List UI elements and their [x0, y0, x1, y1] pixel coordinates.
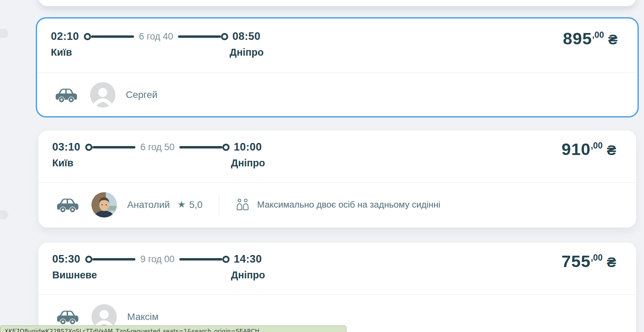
- arrival-time: 14:30: [234, 253, 262, 265]
- car-icon: [56, 309, 79, 325]
- route-section: 05:30 9 год 00 14:30 Вишневе Дніпро 755,…: [38, 243, 636, 295]
- arrival-time: 10:00: [234, 141, 262, 153]
- price-integer: 895: [563, 29, 592, 48]
- route-section: 03:10 6 год 50 10:00 Київ Дніпро 910,00₴: [38, 131, 636, 183]
- route-timeline: 03:10 6 год 50 10:00: [52, 141, 262, 153]
- driver-avatar-photo[interactable]: [91, 192, 117, 218]
- route-cities: Вишневе Дніпро: [52, 269, 262, 282]
- origin-city: Київ: [51, 47, 72, 58]
- star-icon: ★: [177, 200, 186, 209]
- currency-hryvnia-sign: ₴: [607, 142, 616, 158]
- route-start-dot-icon: [85, 256, 92, 263]
- price-fraction: ,00: [591, 141, 603, 150]
- route-timeline: 05:30 9 год 00 14:30: [52, 253, 262, 265]
- trip-duration: 6 год 40: [139, 31, 173, 42]
- route-end-dot-icon: [221, 33, 228, 40]
- destination-city: Дніпро: [230, 47, 264, 58]
- ride-price: 755,00₴: [562, 252, 616, 271]
- route-line-segment: [91, 35, 134, 38]
- driver-name[interactable]: Максім: [127, 311, 158, 322]
- trip-duration: 6 год 50: [140, 142, 174, 153]
- two-passengers-icon: [236, 198, 249, 212]
- price-integer: 910: [562, 140, 591, 158]
- driver-row: Анатолий ★ 5,0 Максимально двоє осіб на …: [38, 183, 636, 226]
- origin-city: Київ: [52, 157, 74, 169]
- trip-duration: 9 год 00: [140, 254, 174, 265]
- currency-hryvnia-sign: ₴: [608, 32, 618, 47]
- destination-city: Дніпро: [231, 157, 265, 169]
- route-start-dot-icon: [85, 144, 92, 151]
- left-edge-pill: [0, 29, 8, 38]
- price-fraction: ,00: [591, 253, 603, 262]
- departure-time: 03:10: [52, 141, 85, 153]
- ride-note: Максимально двоє осіб на задньому сидінн…: [257, 199, 440, 210]
- departure-time: 02:10: [51, 30, 84, 43]
- origin-city: Вишневе: [52, 269, 97, 281]
- driver-photo: [91, 192, 117, 218]
- driver-name[interactable]: Анатолий: [127, 199, 170, 210]
- car-icon: [55, 87, 78, 103]
- destination-city: Дніпро: [231, 269, 265, 281]
- ride-card-selected[interactable]: 02:10 6 год 40 08:50 Київ Дніпро 895,00₴: [36, 17, 639, 118]
- ride-price: 910,00₴: [562, 140, 616, 159]
- route-line-segment: [179, 146, 222, 148]
- price-fraction: ,00: [592, 30, 604, 40]
- driver-name[interactable]: Сергей: [126, 89, 157, 100]
- price-integer: 755: [562, 252, 591, 270]
- driver-avatar-placeholder[interactable]: [90, 82, 115, 108]
- route-line-segment: [92, 146, 135, 148]
- car-icon: [56, 197, 79, 213]
- previous-ride-card-bottom[interactable]: [38, 0, 636, 6]
- route-timeline: 02:10 6 год 40 08:50: [51, 30, 260, 43]
- route-cities: Київ Дніпро: [51, 47, 260, 59]
- status-url-text: XKE7Q8ugidwK22BS7XoSLcTTdVaAM_Tzg&reques…: [4, 328, 259, 332]
- currency-hryvnia-sign: ₴: [607, 254, 616, 270]
- vertical-divider: [219, 193, 219, 216]
- route-line-segment: [179, 258, 222, 261]
- driver-rating: 5,0: [189, 199, 202, 210]
- browser-status-url-tooltip: XKE7Q8ugidwK22BS7XoSLcTTdVaAM_Tzg&reques…: [0, 325, 346, 332]
- route-start-dot-icon: [84, 33, 91, 40]
- driver-row: Сергей: [37, 73, 637, 117]
- route-line-segment: [178, 35, 221, 38]
- left-edge-pill: [0, 210, 8, 219]
- route-end-dot-icon: [222, 144, 230, 151]
- departure-time: 05:30: [52, 253, 85, 265]
- route-line-segment: [92, 258, 135, 261]
- ride-card[interactable]: 05:30 9 год 00 14:30 Вишневе Дніпро 755,…: [38, 243, 636, 332]
- search-results-page: 02:10 6 год 40 08:50 Київ Дніпро 895,00₴: [0, 0, 644, 332]
- route-end-dot-icon: [222, 256, 230, 263]
- avatar-placeholder-icon: [90, 82, 115, 108]
- ride-price: 895,00₴: [563, 29, 618, 48]
- route-section: 02:10 6 год 40 08:50 Київ Дніпро 895,00₴: [37, 19, 637, 73]
- route-cities: Київ Дніпро: [52, 157, 262, 170]
- arrival-time: 08:50: [232, 30, 260, 43]
- ride-card[interactable]: 03:10 6 год 50 10:00 Київ Дніпро 910,00₴: [38, 131, 636, 228]
